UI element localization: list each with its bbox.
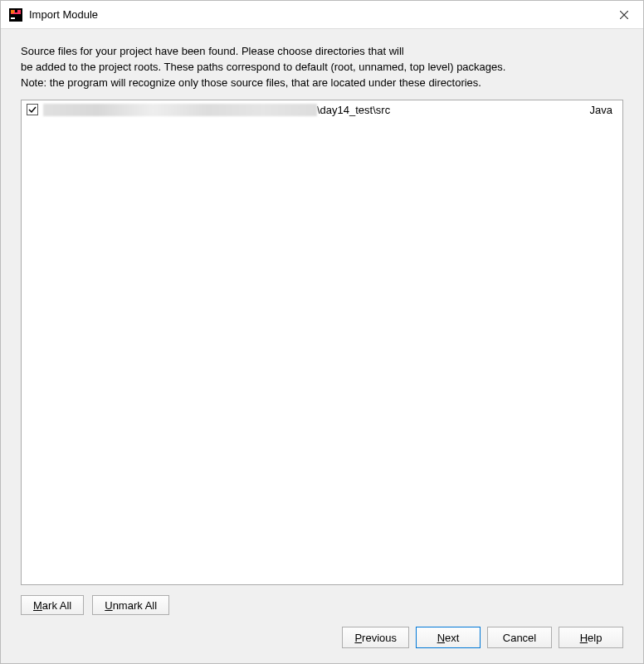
source-directory-row[interactable]: \day14_test\src Java: [22, 100, 622, 120]
cancel-button[interactable]: Cancel: [487, 627, 552, 648]
mark-all-button[interactable]: Mark All: [21, 595, 84, 615]
intellij-icon: [9, 8, 22, 22]
titlebar: Import Module: [1, 1, 643, 29]
description-line-3: Note: the program will recognize only th…: [21, 76, 623, 91]
svg-rect-1: [11, 17, 15, 19]
unmark-all-button[interactable]: Unmark All: [92, 595, 169, 615]
close-button[interactable]: [605, 1, 643, 28]
description-line-1: Source files for your project have been …: [21, 44, 623, 60]
mark-button-row: Mark All Unmark All: [21, 585, 623, 627]
dialog-footer: Previous Next Cancel Help: [1, 627, 643, 663]
source-language: Java: [590, 104, 614, 116]
checkmark-icon: [28, 105, 37, 114]
close-icon: [620, 11, 628, 19]
source-path-visible: \day14_test\src: [317, 104, 590, 116]
description-line-2: be added to the project roots. These pat…: [21, 60, 623, 76]
redacted-path-segment: [43, 104, 317, 116]
window-title: Import Module: [29, 8, 605, 21]
help-button[interactable]: Help: [559, 627, 623, 648]
import-module-dialog: Import Module Source files for your proj…: [0, 0, 644, 664]
previous-button[interactable]: Previous: [342, 627, 409, 648]
source-directories-list[interactable]: \day14_test\src Java: [21, 100, 623, 585]
next-button[interactable]: Next: [416, 627, 481, 648]
source-checkbox[interactable]: [27, 104, 38, 115]
description-text: Source files for your project have been …: [21, 44, 623, 91]
dialog-content: Source files for your project have been …: [1, 29, 643, 627]
